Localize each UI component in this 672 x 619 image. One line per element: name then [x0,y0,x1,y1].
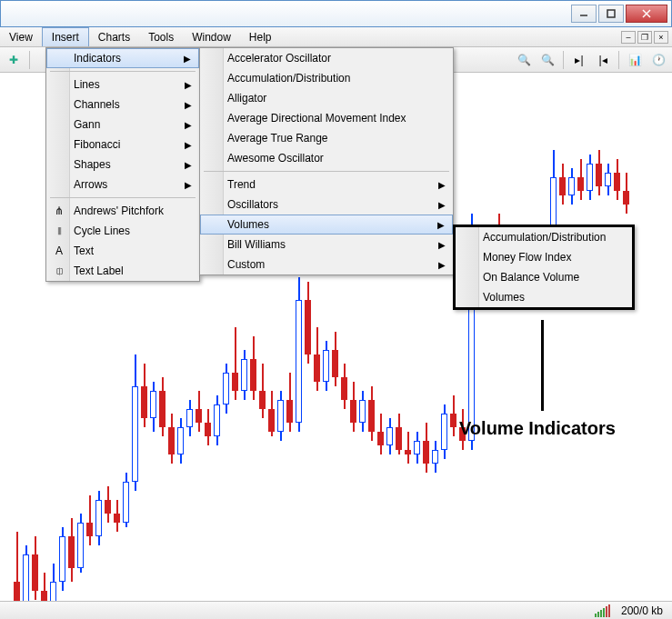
menu-separator [50,197,196,198]
zoom-out-icon: 🔍 [541,54,555,66]
periods-button[interactable]: 🕐 [648,50,668,70]
zoom-in-button[interactable]: 🔍 [514,50,534,70]
minimize-button[interactable] [571,5,597,23]
clock-icon: 🕐 [652,54,666,66]
indicators-dropdown: Accelerator Oscillator Accumulation/Dist… [199,47,454,275]
indicators-button[interactable]: 📊 [625,50,645,70]
label-icon: ⎅ [52,264,66,278]
menu-item-vol-accumulation[interactable]: Accumulation/Distribution [456,227,632,247]
menu-item-channels[interactable]: Channels▶ [46,95,199,115]
menu-item-alligator[interactable]: Alligator [200,88,453,108]
child-close-button[interactable]: × [654,31,668,44]
menu-charts[interactable]: Charts [89,27,139,46]
zoom-out-button[interactable]: 🔍 [537,50,557,70]
menu-item-andrews-pitchfork[interactable]: ⋔Andrews' Pitchfork [46,201,199,221]
menu-item-shapes[interactable]: Shapes▶ [46,155,199,175]
menu-window[interactable]: Window [183,27,240,46]
menu-item-lines[interactable]: Lines▶ [46,75,199,95]
toolbar-separator [563,51,564,69]
zoom-in-icon: 🔍 [517,54,531,66]
chart-shift-button[interactable]: ▸| [569,50,589,70]
menu-item-obv[interactable]: On Balance Volume [456,267,632,287]
svg-rect-1 [607,10,615,17]
submenu-arrow-icon: ▶ [185,120,192,130]
pitchfork-icon: ⋔ [52,204,66,218]
cycle-icon: ⦀ [52,224,66,238]
menu-item-adx[interactable]: Average Directional Movement Index [200,108,453,128]
menu-item-accumulation[interactable]: Accumulation/Distribution [200,68,453,88]
menu-insert[interactable]: Insert [42,27,89,46]
new-chart-button[interactable]: ✚ [4,50,24,70]
submenu-arrow-icon: ▶ [438,180,446,190]
menu-item-cycle-lines[interactable]: ⦀Cycle Lines [46,221,199,241]
child-minimize-button[interactable]: – [621,31,636,44]
submenu-arrow-icon: ▶ [437,220,445,230]
indicators-icon: 📊 [628,54,642,66]
connection-status: 200/0 kb [621,604,663,617]
maximize-button[interactable] [598,5,624,23]
text-icon: A [52,244,66,258]
menu-item-accelerator[interactable]: Accelerator Oscillator [200,48,453,68]
toolbar-separator [29,51,30,69]
submenu-arrow-icon: ▶ [185,160,192,170]
submenu-arrow-icon: ▶ [185,140,192,150]
menu-item-atr[interactable]: Average True Range [200,128,453,148]
menu-view[interactable]: View [0,27,42,46]
submenu-arrow-icon: ▶ [185,80,192,90]
menu-help[interactable]: Help [240,27,281,46]
toolbar-separator [618,51,619,69]
shift-icon: ▸| [575,54,583,66]
connection-bars-icon [595,604,610,617]
annotation-text: Volume Indicators [459,418,616,439]
menu-item-gann[interactable]: Gann▶ [46,115,199,135]
volumes-dropdown: Accumulation/Distribution Money Flow Ind… [453,225,635,310]
menu-item-text[interactable]: AText [46,241,199,261]
menu-tools[interactable]: Tools [139,27,183,46]
menu-item-volumes[interactable]: Volumes▶ [200,215,453,235]
titlebar [0,0,672,27]
menu-separator [204,171,449,172]
statusbar: 200/0 kb [0,601,672,619]
menu-item-indicators[interactable]: Indicators▶ [46,48,199,68]
submenu-arrow-icon: ▶ [184,54,191,64]
menu-item-vol-volumes[interactable]: Volumes [456,287,632,307]
annotation-line [541,320,544,411]
plus-icon: ✚ [9,54,18,66]
menu-item-trend[interactable]: Trend▶ [200,175,453,195]
menu-item-awesome[interactable]: Awesome Oscillator [200,148,453,168]
menu-separator [50,71,196,72]
menubar: View Insert Charts Tools Window Help – ❐… [0,27,672,47]
close-button[interactable] [626,5,667,23]
menu-item-arrows[interactable]: Arrows▶ [46,175,199,195]
submenu-arrow-icon: ▶ [185,100,192,110]
submenu-arrow-icon: ▶ [438,240,446,250]
menu-item-bill-williams[interactable]: Bill Williams▶ [200,235,453,255]
menu-item-oscillators[interactable]: Oscillators▶ [200,195,453,215]
insert-dropdown: Indicators▶ Lines▶ Channels▶ Gann▶ Fibon… [45,47,200,282]
menu-item-mfi[interactable]: Money Flow Index [456,247,632,267]
scroll-icon: |◂ [598,54,607,66]
auto-scroll-button[interactable]: |◂ [593,50,613,70]
submenu-arrow-icon: ▶ [438,260,446,270]
child-restore-button[interactable]: ❐ [637,31,652,44]
submenu-arrow-icon: ▶ [438,200,446,210]
menu-item-custom[interactable]: Custom▶ [200,255,453,275]
menu-item-fibonacci[interactable]: Fibonacci▶ [46,135,199,155]
submenu-arrow-icon: ▶ [185,180,192,190]
menu-item-text-label[interactable]: ⎅Text Label [46,261,199,281]
